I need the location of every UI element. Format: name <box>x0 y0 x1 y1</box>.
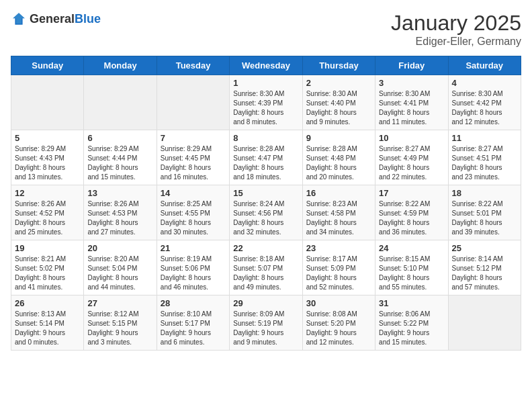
weekday-header-friday: Friday <box>375 56 448 75</box>
calendar-cell: 27Sunrise: 8:12 AM Sunset: 5:15 PM Dayli… <box>84 295 157 351</box>
calendar-cell: 24Sunrise: 8:15 AM Sunset: 5:10 PM Dayli… <box>375 240 448 295</box>
logo-icon <box>11 11 27 27</box>
day-info: Sunrise: 8:14 AM Sunset: 5:12 PM Dayligh… <box>452 255 517 292</box>
calendar-week-2: 5Sunrise: 8:29 AM Sunset: 4:43 PM Daylig… <box>11 130 521 185</box>
day-info: Sunrise: 8:27 AM Sunset: 4:51 PM Dayligh… <box>452 144 517 182</box>
calendar-week-3: 12Sunrise: 8:26 AM Sunset: 4:52 PM Dayli… <box>11 185 521 240</box>
calendar-cell: 2Sunrise: 8:30 AM Sunset: 4:40 PM Daylig… <box>302 75 375 130</box>
calendar-cell <box>11 75 84 130</box>
calendar-cell: 22Sunrise: 8:18 AM Sunset: 5:07 PM Dayli… <box>230 240 302 295</box>
day-info: Sunrise: 8:30 AM Sunset: 4:39 PM Dayligh… <box>233 89 298 127</box>
day-info: Sunrise: 8:19 AM Sunset: 5:06 PM Dayligh… <box>161 255 226 292</box>
day-info: Sunrise: 8:28 AM Sunset: 4:47 PM Dayligh… <box>233 144 298 182</box>
day-number: 13 <box>87 188 152 198</box>
day-number: 8 <box>233 133 298 143</box>
calendar-cell: 31Sunrise: 8:06 AM Sunset: 5:22 PM Dayli… <box>375 295 448 351</box>
calendar-cell: 17Sunrise: 8:22 AM Sunset: 4:59 PM Dayli… <box>375 185 448 240</box>
calendar-cell: 25Sunrise: 8:14 AM Sunset: 5:12 PM Dayli… <box>448 240 521 295</box>
calendar-cell: 8Sunrise: 8:28 AM Sunset: 4:47 PM Daylig… <box>230 130 302 185</box>
month-title: January 2025 <box>391 11 521 36</box>
calendar-cell: 15Sunrise: 8:24 AM Sunset: 4:56 PM Dayli… <box>230 185 302 240</box>
day-number: 15 <box>233 188 298 198</box>
day-number: 22 <box>233 243 298 253</box>
weekday-header-tuesday: Tuesday <box>157 56 229 75</box>
calendar-cell: 11Sunrise: 8:27 AM Sunset: 4:51 PM Dayli… <box>448 130 521 185</box>
day-number: 3 <box>379 78 444 88</box>
calendar-cell: 20Sunrise: 8:20 AM Sunset: 5:04 PM Dayli… <box>84 240 157 295</box>
day-info: Sunrise: 8:30 AM Sunset: 4:41 PM Dayligh… <box>379 89 444 127</box>
day-info: Sunrise: 8:12 AM Sunset: 5:15 PM Dayligh… <box>87 310 152 347</box>
day-number: 16 <box>306 188 371 198</box>
svg-marker-1 <box>13 13 25 24</box>
day-info: Sunrise: 8:15 AM Sunset: 5:10 PM Dayligh… <box>379 255 444 292</box>
day-number: 26 <box>15 298 80 308</box>
day-info: Sunrise: 8:28 AM Sunset: 4:48 PM Dayligh… <box>306 144 371 182</box>
day-info: Sunrise: 8:17 AM Sunset: 5:09 PM Dayligh… <box>306 255 371 292</box>
day-info: Sunrise: 8:24 AM Sunset: 4:56 PM Dayligh… <box>233 199 298 237</box>
calendar-cell: 4Sunrise: 8:30 AM Sunset: 4:42 PM Daylig… <box>448 75 521 130</box>
day-number: 12 <box>15 188 80 198</box>
weekday-header-wednesday: Wednesday <box>230 56 302 75</box>
calendar-cell: 7Sunrise: 8:29 AM Sunset: 4:45 PM Daylig… <box>157 130 229 185</box>
day-number: 29 <box>233 298 298 308</box>
day-number: 30 <box>306 298 371 308</box>
day-number: 23 <box>306 243 371 253</box>
day-info: Sunrise: 8:08 AM Sunset: 5:20 PM Dayligh… <box>306 310 371 347</box>
day-info: Sunrise: 8:09 AM Sunset: 5:19 PM Dayligh… <box>233 310 298 347</box>
day-number: 1 <box>233 78 298 88</box>
day-info: Sunrise: 8:06 AM Sunset: 5:22 PM Dayligh… <box>379 310 444 347</box>
day-info: Sunrise: 8:30 AM Sunset: 4:40 PM Dayligh… <box>306 89 371 127</box>
calendar-cell: 29Sunrise: 8:09 AM Sunset: 5:19 PM Dayli… <box>230 295 302 351</box>
day-info: Sunrise: 8:26 AM Sunset: 4:53 PM Dayligh… <box>87 199 152 237</box>
day-number: 14 <box>161 188 226 198</box>
day-number: 25 <box>452 243 517 253</box>
calendar-cell <box>448 295 521 351</box>
day-number: 9 <box>306 133 371 143</box>
calendar-cell: 1Sunrise: 8:30 AM Sunset: 4:39 PM Daylig… <box>230 75 302 130</box>
day-info: Sunrise: 8:26 AM Sunset: 4:52 PM Dayligh… <box>15 199 80 237</box>
page-header: GeneralBlue January 2025 Ediger-Eller, G… <box>11 11 521 48</box>
logo: GeneralBlue <box>11 11 101 27</box>
day-number: 7 <box>161 133 226 143</box>
day-info: Sunrise: 8:10 AM Sunset: 5:17 PM Dayligh… <box>161 310 226 347</box>
calendar-cell: 9Sunrise: 8:28 AM Sunset: 4:48 PM Daylig… <box>302 130 375 185</box>
day-number: 27 <box>87 298 152 308</box>
day-number: 10 <box>379 133 444 143</box>
day-info: Sunrise: 8:20 AM Sunset: 5:04 PM Dayligh… <box>87 255 152 292</box>
logo-general: General <box>30 12 75 26</box>
day-number: 20 <box>87 243 152 253</box>
calendar-cell: 23Sunrise: 8:17 AM Sunset: 5:09 PM Dayli… <box>302 240 375 295</box>
calendar-cell: 19Sunrise: 8:21 AM Sunset: 5:02 PM Dayli… <box>11 240 84 295</box>
day-info: Sunrise: 8:22 AM Sunset: 5:01 PM Dayligh… <box>452 199 517 237</box>
calendar-cell: 3Sunrise: 8:30 AM Sunset: 4:41 PM Daylig… <box>375 75 448 130</box>
calendar-cell: 13Sunrise: 8:26 AM Sunset: 4:53 PM Dayli… <box>84 185 157 240</box>
weekday-header-thursday: Thursday <box>302 56 375 75</box>
day-number: 24 <box>379 243 444 253</box>
day-number: 17 <box>379 188 444 198</box>
calendar-cell: 6Sunrise: 8:29 AM Sunset: 4:44 PM Daylig… <box>84 130 157 185</box>
title-block: January 2025 Ediger-Eller, Germany <box>391 11 521 48</box>
calendar-cell: 21Sunrise: 8:19 AM Sunset: 5:06 PM Dayli… <box>157 240 229 295</box>
day-info: Sunrise: 8:25 AM Sunset: 4:55 PM Dayligh… <box>161 199 226 237</box>
day-info: Sunrise: 8:18 AM Sunset: 5:07 PM Dayligh… <box>233 255 298 292</box>
calendar-cell: 10Sunrise: 8:27 AM Sunset: 4:49 PM Dayli… <box>375 130 448 185</box>
calendar-cell: 18Sunrise: 8:22 AM Sunset: 5:01 PM Dayli… <box>448 185 521 240</box>
day-info: Sunrise: 8:27 AM Sunset: 4:49 PM Dayligh… <box>379 144 444 182</box>
day-info: Sunrise: 8:22 AM Sunset: 4:59 PM Dayligh… <box>379 199 444 237</box>
weekday-header-row: SundayMondayTuesdayWednesdayThursdayFrid… <box>11 56 521 75</box>
calendar-cell: 14Sunrise: 8:25 AM Sunset: 4:55 PM Dayli… <box>157 185 229 240</box>
calendar-cell: 16Sunrise: 8:23 AM Sunset: 4:58 PM Dayli… <box>302 185 375 240</box>
calendar-week-1: 1Sunrise: 8:30 AM Sunset: 4:39 PM Daylig… <box>11 75 521 130</box>
location-title: Ediger-Eller, Germany <box>391 36 521 48</box>
calendar-cell: 12Sunrise: 8:26 AM Sunset: 4:52 PM Dayli… <box>11 185 84 240</box>
calendar-week-4: 19Sunrise: 8:21 AM Sunset: 5:02 PM Dayli… <box>11 240 521 295</box>
day-info: Sunrise: 8:23 AM Sunset: 4:58 PM Dayligh… <box>306 199 371 237</box>
day-number: 5 <box>15 133 80 143</box>
day-number: 19 <box>15 243 80 253</box>
calendar-week-5: 26Sunrise: 8:13 AM Sunset: 5:14 PM Dayli… <box>11 295 521 351</box>
calendar-table: SundayMondayTuesdayWednesdayThursdayFrid… <box>11 56 521 351</box>
day-info: Sunrise: 8:21 AM Sunset: 5:02 PM Dayligh… <box>15 255 80 292</box>
day-info: Sunrise: 8:13 AM Sunset: 5:14 PM Dayligh… <box>15 310 80 347</box>
day-number: 21 <box>161 243 226 253</box>
weekday-header-sunday: Sunday <box>11 56 84 75</box>
